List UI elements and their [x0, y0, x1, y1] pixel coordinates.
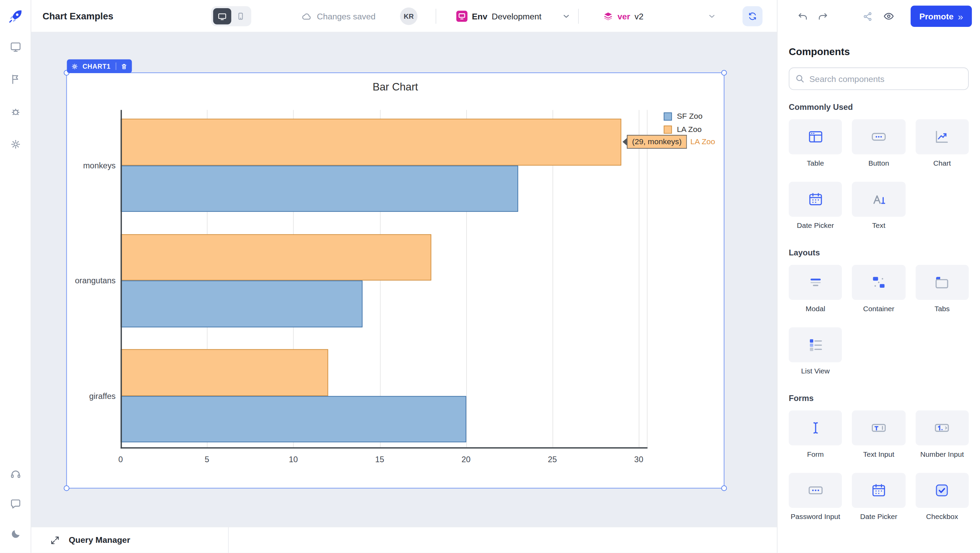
component-label: Number Input: [920, 450, 964, 458]
tooltip-arrow-icon: [623, 138, 627, 146]
user-avatar[interactable]: KR: [400, 8, 417, 25]
resize-handle[interactable]: [721, 70, 727, 76]
search-components-input[interactable]: [789, 67, 969, 90]
environment-selector[interactable]: Env Development: [456, 0, 571, 33]
bar[interactable]: [121, 396, 466, 442]
bar[interactable]: [121, 119, 621, 165]
y-category-label: monkeys: [83, 160, 116, 170]
section-layouts: Layouts Modal Container: [789, 248, 969, 375]
flag-icon[interactable]: [4, 68, 27, 91]
components-panel-body: Components Commonly Used Table: [778, 33, 980, 553]
bar[interactable]: [121, 165, 517, 212]
x-tick-label: 30: [634, 455, 643, 464]
text-input-icon: [871, 420, 887, 436]
bug-icon[interactable]: [4, 101, 27, 123]
support-headset-icon[interactable]: [4, 463, 27, 485]
bar-chart-plot: 051015202530 monkeysorangutansgiraffes: [121, 110, 647, 447]
x-tick-label: 25: [548, 455, 557, 464]
component-name-label: CHART1: [82, 63, 115, 70]
component-label: Button: [869, 159, 889, 167]
container-icon: [871, 274, 887, 291]
components-title: Components: [789, 46, 969, 57]
top-header: Chart Examples Changes saved KR: [31, 0, 777, 33]
component-card-button[interactable]: Button: [852, 119, 905, 167]
version-selector[interactable]: ver v2: [603, 0, 643, 33]
gridline: [639, 110, 640, 447]
resize-handle[interactable]: [721, 485, 727, 491]
legend-item[interactable]: LA Zoo: [664, 125, 703, 133]
component-card-checkbox[interactable]: Checkbox: [915, 473, 969, 520]
double-chevron-right-icon: »: [958, 11, 963, 21]
component-settings-button[interactable]: [67, 59, 83, 73]
component-card-number-input[interactable]: Number Input: [915, 410, 969, 458]
bar[interactable]: [121, 281, 363, 327]
components-panel: Promote » Components Commonly Used: [777, 0, 980, 553]
editor-canvas[interactable]: CHART1 Bar Chart 051015202530: [31, 33, 777, 553]
settings-gear-icon[interactable]: [4, 133, 27, 156]
expand-icon[interactable]: [50, 535, 60, 545]
chat-icon[interactable]: [4, 493, 27, 515]
component-card-date-picker-form[interactable]: Date Picker: [852, 473, 905, 520]
tabs-icon: [934, 274, 950, 291]
y-category-label: orangutans: [75, 276, 116, 285]
trash-icon: [121, 63, 127, 70]
legend-swatch-icon: [664, 112, 672, 121]
preview-eye-button[interactable]: [878, 6, 899, 26]
share-button[interactable]: [858, 6, 878, 26]
promote-button[interactable]: Promote »: [911, 6, 972, 27]
component-card-list-view[interactable]: List View: [789, 327, 842, 375]
bar[interactable]: [121, 349, 328, 396]
component-label: Checkbox: [926, 513, 958, 520]
chevron-down-icon: [562, 12, 571, 21]
mobile-preview-button[interactable]: [231, 8, 250, 24]
chart-component[interactable]: CHART1 Bar Chart 051015202530: [67, 73, 724, 488]
component-card-password-input[interactable]: Password Input: [789, 473, 842, 520]
section-label: Commonly Used: [789, 102, 969, 112]
component-card-date-picker[interactable]: Date Picker: [789, 182, 842, 229]
editor-icon[interactable]: [4, 36, 27, 58]
save-status-text: Changes saved: [317, 11, 375, 21]
gear-icon: [71, 63, 78, 70]
component-card-table[interactable]: Table: [789, 119, 842, 167]
x-tick-label: 20: [461, 455, 471, 464]
query-manager-bar[interactable]: Query Manager: [31, 526, 777, 553]
component-card-modal[interactable]: Modal: [789, 265, 842, 313]
component-card-text[interactable]: Text: [852, 182, 905, 229]
refresh-icon: [748, 11, 757, 21]
section-label: Layouts: [789, 248, 969, 257]
calendar-icon: [807, 191, 824, 207]
refresh-button[interactable]: [743, 6, 762, 26]
undo-button[interactable]: [792, 6, 813, 26]
x-tick-label: 5: [205, 455, 209, 464]
y-category-label: giraffes: [89, 391, 116, 400]
component-card-tabs[interactable]: Tabs: [915, 265, 969, 313]
y-axis-line: [121, 110, 122, 448]
redo-button[interactable]: [813, 6, 833, 26]
dark-mode-moon-icon[interactable]: [4, 523, 27, 545]
section-forms: Forms Form Text Input: [789, 394, 969, 520]
environment-icon: [456, 11, 468, 22]
layers-icon: [603, 11, 613, 21]
x-axis-line: [121, 447, 647, 448]
panel-toolbar: Promote »: [778, 0, 980, 33]
component-label: Password Input: [791, 513, 840, 520]
component-card-chart[interactable]: Chart: [915, 119, 969, 167]
chart-title: Bar Chart: [67, 81, 724, 94]
component-search: [789, 67, 969, 90]
bar[interactable]: [121, 234, 431, 281]
legend-item[interactable]: SF Zoo: [664, 112, 703, 121]
component-label: Date Picker: [797, 222, 834, 229]
component-label: Table: [807, 159, 824, 167]
component-card-text-input[interactable]: Text Input: [852, 410, 905, 458]
component-card-container[interactable]: Container: [852, 265, 905, 313]
app-logo-rocket-icon[interactable]: [6, 7, 24, 25]
checkbox-icon: [934, 482, 950, 499]
resize-handle[interactable]: [64, 485, 69, 491]
chevron-down-icon[interactable]: [708, 12, 716, 21]
header-divider: [436, 9, 436, 24]
component-label: List View: [801, 367, 830, 375]
desktop-preview-button[interactable]: [213, 8, 231, 24]
component-card-form[interactable]: Form: [789, 410, 842, 458]
delete-component-button[interactable]: [116, 59, 132, 73]
query-manager-label: Query Manager: [69, 536, 130, 545]
